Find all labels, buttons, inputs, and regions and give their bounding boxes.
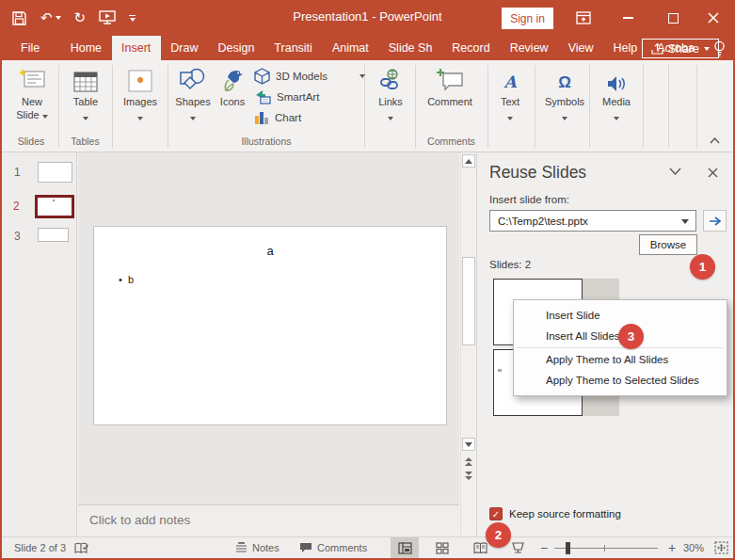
previous-slide-icon[interactable] [463, 456, 474, 466]
omega-icon: Ω [542, 64, 587, 92]
comments-toggle[interactable]: Comments [299, 537, 367, 558]
tab-insert[interactable]: Insert [112, 36, 161, 60]
speaker-icon [594, 64, 639, 92]
notes-placeholder[interactable]: Click to add notes [89, 513, 190, 527]
new-slide-label: NewSlide [9, 96, 55, 122]
scroll-down-icon[interactable] [462, 438, 475, 451]
comments-label: Comments [317, 542, 367, 553]
text-label: Text [492, 96, 528, 109]
group-label-illustrations: Illustrations [169, 136, 363, 147]
scrollbar-thumb[interactable] [462, 257, 475, 345]
notes-label: Notes [252, 542, 280, 553]
links-button[interactable]: Links [370, 64, 411, 134]
share-button[interactable]: Share [642, 39, 719, 58]
3d-models-icon [254, 68, 270, 85]
slide-thumbnail-3[interactable] [38, 228, 69, 242]
notes-pane[interactable]: Click to add notes [78, 504, 459, 536]
editor-scrollbar[interactable] [460, 152, 475, 536]
group-label-comments: Comments [417, 136, 486, 147]
zoom-out-button[interactable]: − [540, 537, 548, 558]
pane-title: Reuse Slides [489, 163, 586, 183]
ribbon-display-options-icon[interactable] [569, 6, 598, 30]
slide-indicator[interactable]: Slide 2 of 3 [14, 537, 66, 558]
menu-item-apply-theme-all[interactable]: Apply Theme to All Slides [514, 349, 727, 370]
dropdown-chevron-icon [360, 74, 365, 78]
reuse-slides-pane: Reuse Slides Insert slide from: C:\Temp2… [476, 152, 735, 536]
tab-slideshow[interactable]: Slide Sh [378, 36, 442, 60]
file-path-combobox[interactable]: C:\Temp2\test.pptx [489, 210, 696, 232]
close-button[interactable] [699, 6, 727, 30]
tab-record[interactable]: Record [442, 36, 500, 60]
comment-button[interactable]: Comment [421, 64, 479, 134]
status-bar: Slide 2 of 3 Notes Comments − [2, 536, 733, 558]
tab-home[interactable]: Home [60, 36, 111, 60]
notes-toggle[interactable]: Notes [235, 537, 280, 558]
pane-chevron-down-icon[interactable] [669, 168, 681, 175]
scroll-up-icon[interactable] [462, 154, 475, 168]
tab-file[interactable]: File [8, 36, 53, 60]
smartart-button[interactable]: SmartArt [252, 87, 365, 107]
browse-button[interactable]: Browse [639, 234, 697, 255]
powerpoint-window: ↶ ↻ Presentation1 - PowerPoint Sign in F… [0, 0, 735, 560]
tab-transitions[interactable]: Transiti [264, 36, 323, 60]
zoom-in-button[interactable]: + [668, 537, 676, 558]
checkbox-checked-icon[interactable]: ✓ [489, 507, 503, 520]
3d-models-button[interactable]: 3D Models [252, 66, 365, 87]
slide-title-text[interactable]: a [94, 244, 446, 258]
shapes-button[interactable]: Shapes [172, 64, 214, 134]
zoom-slider-tick [604, 545, 605, 552]
slide-thumbnail-2-selected[interactable] [35, 195, 74, 218]
menu-item-insert-slide[interactable]: Insert Slide [514, 305, 727, 326]
slide-bullet-text[interactable]: • b [119, 274, 134, 285]
slide-canvas[interactable]: a • b [93, 226, 447, 425]
slide-number-1: 1 [14, 166, 21, 179]
media-button[interactable]: Media [594, 64, 639, 134]
menu-separator [517, 347, 724, 348]
tab-design[interactable]: Design [208, 36, 264, 60]
smartart-label: SmartArt [277, 91, 319, 103]
sign-in-button[interactable]: Sign in [502, 8, 553, 29]
minimize-button[interactable] [614, 6, 642, 30]
go-arrow-button[interactable] [703, 210, 727, 232]
spellcheck-icon[interactable] [74, 537, 89, 558]
zoom-percentage[interactable]: 30% [683, 537, 704, 558]
main-area: 1 2 3 a • b Click to add notes [2, 152, 733, 536]
menu-item-apply-theme-selected[interactable]: Apply Theme to Selected Slides [514, 370, 727, 391]
keep-source-formatting-control: ✓ Keep source formatting [489, 507, 621, 520]
fit-to-window-icon[interactable] [714, 537, 728, 558]
tab-animations[interactable]: Animat [322, 36, 378, 60]
tab-review[interactable]: Review [500, 36, 558, 60]
comment-label: Comment [421, 96, 479, 109]
slide-thumbnail-1[interactable] [38, 162, 72, 183]
symbols-button[interactable]: Ω Symbols [542, 64, 587, 134]
combobox-dropdown-icon[interactable] [681, 219, 689, 224]
dropdown-chevron-icon [83, 117, 88, 120]
ribbon-tab-row: File Home Insert Draw Design Transiti An… [2, 36, 733, 60]
shapes-icon [172, 64, 214, 92]
icons-button[interactable]: Icons [216, 64, 249, 134]
dropdown-chevron-icon [507, 117, 513, 120]
comments-icon [299, 542, 312, 553]
title-bar: ↶ ↻ Presentation1 - PowerPoint Sign in [2, 0, 733, 36]
collapse-ribbon-icon[interactable] [710, 137, 720, 144]
chart-button[interactable]: Chart [252, 107, 365, 128]
table-button[interactable]: Table [64, 64, 107, 134]
shapes-label: Shapes [172, 96, 214, 109]
illustrations-stack: 3D Models SmartArt Chart [252, 66, 365, 128]
text-button[interactable]: A Text [492, 64, 528, 134]
slide-sorter-button[interactable] [428, 537, 456, 558]
next-slide-icon[interactable] [463, 471, 474, 480]
new-comment-icon [421, 64, 479, 92]
normal-view-button[interactable] [391, 537, 419, 558]
dropdown-chevron-icon [388, 117, 393, 120]
slide-editor: a • b [78, 152, 459, 504]
pane-close-icon[interactable] [708, 168, 718, 178]
table-label: Table [64, 96, 107, 109]
images-button[interactable]: Images [119, 64, 162, 134]
maximize-button[interactable] [659, 6, 687, 30]
tab-view[interactable]: View [558, 36, 603, 60]
tab-draw[interactable]: Draw [161, 36, 208, 60]
new-slide-button[interactable]: NewSlide [9, 64, 55, 134]
zoom-slider-thumb[interactable] [566, 542, 570, 554]
new-slide-icon [9, 64, 55, 92]
